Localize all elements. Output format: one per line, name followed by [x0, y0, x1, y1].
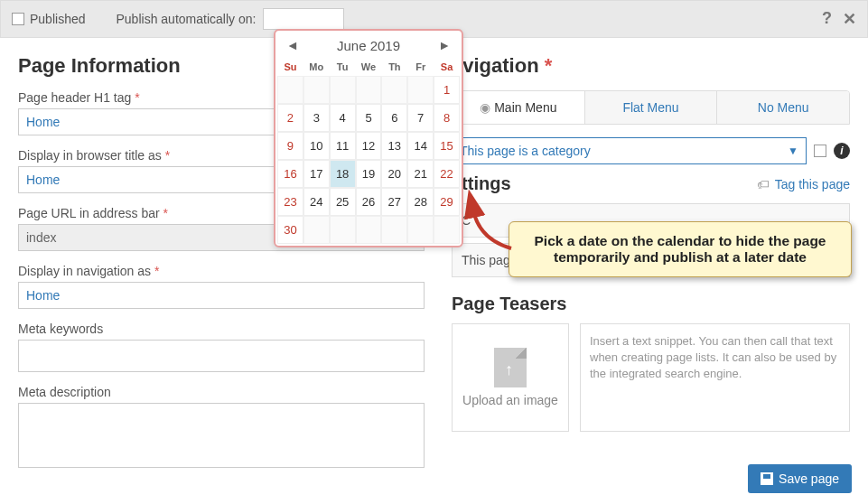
calendar-empty-cell: [330, 216, 356, 244]
calendar-grid: SuMoTuWeThFrSa12345678910111213141516171…: [277, 58, 460, 244]
calendar-day[interactable]: 9: [277, 132, 303, 160]
calendar-empty-cell: [434, 216, 460, 244]
calendar-day-header: We: [356, 58, 382, 76]
calendar-day[interactable]: 7: [407, 104, 434, 132]
calendar-empty-cell: [303, 216, 330, 244]
calendar-empty-cell: [356, 216, 382, 244]
snippet-textarea[interactable]: Insert a text snippet. You can then call…: [580, 323, 850, 432]
calendar-day-header: Fr: [407, 58, 434, 76]
close-icon[interactable]: ✕: [843, 9, 856, 29]
published-label: Published: [30, 12, 86, 26]
category-select[interactable]: This page is a category ▼: [452, 137, 807, 164]
calendar-day[interactable]: 19: [356, 160, 382, 188]
datepicker-popup: ◄ June 2019 ► SuMoTuWeThFrSa123456789101…: [274, 29, 463, 247]
meta-desc-input[interactable]: [18, 403, 425, 468]
calendar-day-header: Mo: [303, 58, 330, 76]
calendar-day[interactable]: 25: [330, 188, 356, 216]
help-icon[interactable]: ?: [822, 9, 832, 29]
calendar-day[interactable]: 16: [277, 160, 303, 188]
calendar-empty-cell: [303, 76, 330, 104]
calendar-day[interactable]: 18: [330, 160, 356, 188]
tag-page-link[interactable]: 🏷Tag this page: [757, 177, 850, 191]
calendar-day[interactable]: 1: [434, 76, 460, 104]
tab-main-menu[interactable]: ◉Main Menu: [453, 91, 584, 124]
nav-tabs: ◉Main Menu Flat Menu No Menu: [452, 90, 850, 125]
calendar-day-header: Su: [277, 58, 303, 76]
callout-tooltip: Pick a date on the calendar to hide the …: [509, 221, 852, 277]
calendar-day-header: Sa: [434, 58, 460, 76]
caret-down-icon: ▼: [788, 145, 798, 157]
calendar-day[interactable]: 12: [356, 132, 382, 160]
calendar-empty-cell: [381, 76, 407, 104]
calendar-day[interactable]: 27: [381, 188, 407, 216]
meta-kw-label: Meta keywords: [18, 322, 425, 336]
calendar-day[interactable]: 22: [434, 160, 460, 188]
calendar-day[interactable]: 2: [277, 104, 303, 132]
published-checkbox[interactable]: [12, 13, 24, 25]
calendar-title: June 2019: [337, 38, 400, 53]
calendar-day[interactable]: 30: [277, 216, 303, 244]
calendar-empty-cell: [381, 216, 407, 244]
calendar-prev-button[interactable]: ◄: [283, 36, 303, 54]
calendar-empty-cell: [407, 216, 434, 244]
category-checkbox[interactable]: [814, 145, 826, 157]
meta-kw-input[interactable]: [18, 340, 425, 372]
callout-arrow: [466, 203, 529, 256]
info-icon[interactable]: i: [834, 143, 850, 159]
upload-icon: [494, 348, 527, 387]
calendar-day[interactable]: 5: [356, 104, 382, 132]
meta-desc-label: Meta description: [18, 385, 425, 399]
calendar-empty-cell: [277, 76, 303, 104]
calendar-day[interactable]: 17: [303, 160, 330, 188]
calendar-day[interactable]: 28: [407, 188, 434, 216]
upload-image-box[interactable]: Upload an image: [452, 323, 569, 432]
calendar-day-header: Tu: [330, 58, 356, 76]
calendar-day[interactable]: 29: [434, 188, 460, 216]
nav-input[interactable]: [18, 282, 425, 309]
calendar-day[interactable]: 24: [303, 188, 330, 216]
teasers-row: Upload an image Insert a text snippet. Y…: [452, 323, 850, 432]
calendar-next-button[interactable]: ►: [434, 36, 454, 54]
calendar-day[interactable]: 15: [434, 132, 460, 160]
publish-auto-label: Publish automatically on:: [117, 12, 257, 26]
calendar-day-header: Th: [381, 58, 407, 76]
calendar-empty-cell: [356, 76, 382, 104]
calendar-day[interactable]: 13: [381, 132, 407, 160]
calendar-day[interactable]: 8: [434, 104, 460, 132]
navigation-title: avigation *: [452, 54, 850, 78]
calendar-empty-cell: [407, 76, 434, 104]
calendar-day[interactable]: 11: [330, 132, 356, 160]
save-page-button[interactable]: Save page: [748, 464, 852, 493]
calendar-day[interactable]: 21: [407, 160, 434, 188]
tab-no-menu[interactable]: No Menu: [716, 91, 849, 124]
check-circle-icon: ◉: [480, 100, 490, 115]
calendar-day[interactable]: 20: [381, 160, 407, 188]
settings-title: ettings 🏷Tag this page: [452, 173, 850, 194]
publish-date-input[interactable]: [263, 8, 344, 30]
calendar-day[interactable]: 6: [381, 104, 407, 132]
calendar-day[interactable]: 3: [303, 104, 330, 132]
tag-icon: 🏷: [757, 177, 770, 191]
teasers-title: Page Teasers: [452, 294, 850, 314]
nav-label: Display in navigation as *: [18, 264, 425, 278]
save-icon: [761, 472, 773, 485]
calendar-day[interactable]: 23: [277, 188, 303, 216]
calendar-day[interactable]: 26: [356, 188, 382, 216]
tab-flat-menu[interactable]: Flat Menu: [584, 91, 717, 124]
calendar-day[interactable]: 14: [407, 132, 434, 160]
calendar-day[interactable]: 10: [303, 132, 330, 160]
category-row: This page is a category ▼ i: [452, 137, 850, 164]
calendar-empty-cell: [330, 76, 356, 104]
calendar-day[interactable]: 4: [330, 104, 356, 132]
